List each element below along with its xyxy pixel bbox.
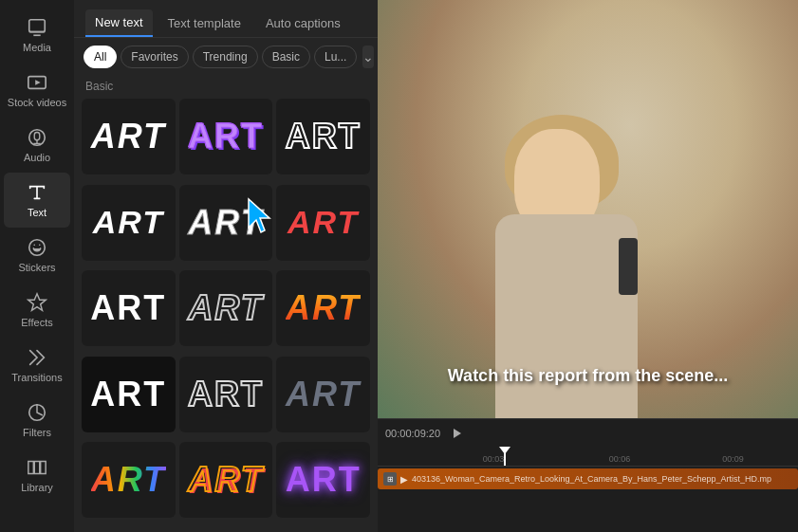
sidebar-item-label: Text: [28, 207, 46, 218]
sidebar-item-text[interactable]: Text: [4, 173, 70, 228]
text-style-6-preview: ART: [288, 204, 359, 241]
text-style-15-preview: ART: [286, 460, 362, 500]
filter-basic[interactable]: Basic: [262, 46, 310, 68]
time-display: 00:00:09:20: [385, 428, 440, 439]
text-style-11-preview: ART: [188, 375, 264, 414]
right-panel: Watch this report from the scene... 00:0…: [378, 0, 798, 532]
section-label-basic: Basic: [74, 76, 378, 99]
text-icon: [27, 182, 47, 203]
filter-favorites[interactable]: Favorites: [121, 46, 188, 68]
text-style-3[interactable]: ART: [276, 99, 370, 174]
video-clip-track[interactable]: ⊞ ▶ 403136_Woman_Camera_Retro_Looking_At…: [378, 468, 798, 489]
text-style-13[interactable]: ART: [82, 442, 176, 518]
sidebar-item-library[interactable]: Library: [4, 448, 70, 503]
text-style-4-preview: ART: [93, 204, 164, 241]
svg-point-3: [29, 240, 46, 256]
text-style-11[interactable]: ART: [179, 357, 273, 432]
sidebar: Media Stock videos Audio Text Stickers E…: [0, 0, 74, 532]
filters-icon: [27, 402, 47, 423]
text-style-8-preview: ART: [188, 288, 263, 328]
reporter-area: [378, 0, 798, 418]
media-icon: [27, 17, 47, 38]
text-style-10[interactable]: ART: [82, 357, 176, 432]
text-style-14[interactable]: ART: [179, 442, 273, 518]
sidebar-item-audio[interactable]: Audio: [4, 118, 70, 173]
text-style-14-preview: ART: [188, 460, 263, 500]
reporter-microphone: [619, 238, 638, 295]
text-style-5[interactable]: ART: [179, 185, 273, 261]
video-subtitle: Watch this report from the scene...: [378, 362, 798, 390]
sidebar-item-label: Filters: [23, 427, 51, 438]
sidebar-item-label: Stock videos: [8, 97, 66, 108]
filter-trending[interactable]: Trending: [193, 46, 258, 68]
text-style-1-preview: ART: [91, 117, 166, 156]
ruler-mark-2: 00:06: [609, 454, 631, 464]
clip-type-icon: ▶: [400, 474, 408, 485]
sidebar-item-label: Audio: [24, 152, 50, 163]
filter-all[interactable]: All: [84, 46, 117, 68]
text-styles-grid: ART ART ART ART ART ART ART ART: [74, 99, 378, 532]
sidebar-item-stock-videos[interactable]: Stock videos: [4, 63, 70, 118]
sidebar-item-label: Effects: [21, 317, 52, 328]
sidebar-item-stickers[interactable]: Stickers: [4, 228, 70, 283]
timeline-tracks: ⊞ ▶ 403136_Woman_Camera_Retro_Looking_At…: [378, 467, 798, 532]
video-preview: Watch this report from the scene...: [378, 0, 798, 418]
sidebar-item-filters[interactable]: Filters: [4, 393, 70, 448]
text-style-7[interactable]: ART: [82, 270, 176, 346]
clip-label: 403136_Woman_Camera_Retro_Looking_At_Cam…: [412, 474, 771, 484]
text-style-2[interactable]: ART: [179, 99, 273, 174]
tab-new-text[interactable]: New text: [85, 9, 153, 37]
text-style-12-preview: ART: [286, 375, 361, 414]
tab-auto-captions[interactable]: Auto captions: [256, 10, 350, 36]
stickers-icon: [27, 237, 47, 258]
tab-text-template[interactable]: Text template: [158, 10, 251, 36]
effects-icon: [27, 292, 47, 313]
tabs-bar: New text Text template Auto captions: [74, 0, 378, 38]
ruler-mark-3: 00:09: [722, 454, 744, 464]
timeline-ruler: 00:03 00:06 00:09: [378, 448, 798, 467]
text-style-2-preview: ART: [188, 117, 264, 156]
text-style-3-preview: ART: [286, 117, 362, 156]
text-style-5-preview: ART: [188, 203, 263, 243]
video-bg: Watch this report from the scene...: [378, 0, 798, 418]
expand-filters-button[interactable]: ⌄: [362, 46, 374, 68]
timeline-area: 00:00:09:20 00:03 00:06 00:09 ⊞ ▶: [378, 418, 798, 532]
text-style-4[interactable]: ART: [82, 185, 176, 261]
text-style-15[interactable]: ART: [276, 442, 370, 518]
text-style-1[interactable]: ART: [82, 99, 176, 174]
text-style-9-preview: ART: [286, 288, 361, 328]
text-style-9[interactable]: ART: [276, 270, 370, 346]
text-style-13-preview: ART: [91, 460, 166, 500]
clip-expand-icon[interactable]: ⊞: [383, 472, 397, 486]
playhead-handle: [499, 447, 510, 454]
text-panel: New text Text template Auto captions All…: [74, 0, 378, 532]
sidebar-item-media[interactable]: Media: [4, 8, 70, 63]
sidebar-item-transitions[interactable]: Transitions: [4, 338, 70, 393]
stock-videos-icon: [27, 72, 47, 93]
text-style-6[interactable]: ART: [276, 185, 370, 261]
filter-lu[interactable]: Lu...: [314, 46, 357, 68]
timeline-controls: 00:00:09:20: [378, 419, 798, 448]
ruler-mark-1: 00:03: [483, 454, 505, 464]
transitions-icon: [27, 347, 47, 368]
sidebar-item-effects[interactable]: Effects: [4, 283, 70, 338]
svg-marker-4: [28, 294, 46, 310]
sidebar-item-label: Stickers: [18, 262, 55, 273]
svg-marker-7: [454, 429, 461, 438]
text-style-10-preview: ART: [90, 375, 166, 414]
ruler-marks: 00:03 00:06 00:09: [378, 448, 798, 466]
sidebar-item-label: Transitions: [11, 372, 62, 383]
library-icon: [27, 457, 47, 478]
filter-row: All Favorites Trending Basic Lu... ⌄: [74, 38, 378, 76]
text-style-8[interactable]: ART: [179, 270, 273, 346]
svg-rect-0: [29, 20, 46, 32]
play-button[interactable]: [448, 424, 467, 443]
audio-icon: [27, 127, 47, 148]
sidebar-item-label: Media: [23, 42, 51, 53]
text-style-12[interactable]: ART: [276, 357, 370, 432]
sidebar-item-label: Library: [21, 482, 53, 493]
text-style-7-preview: ART: [90, 288, 166, 328]
playhead[interactable]: [504, 448, 506, 466]
